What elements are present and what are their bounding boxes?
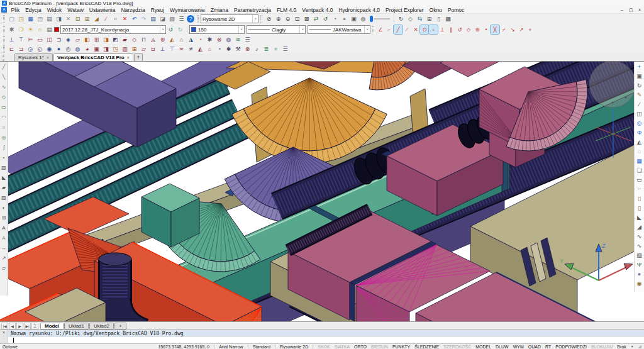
toolbar-grip[interactable] (3, 45, 5, 53)
ventpack-tool-6[interactable]: ⊐ (54, 35, 64, 44)
open-file-icon[interactable]: ◳ (16, 14, 26, 23)
snap-tracking-icon[interactable]: ↗ (517, 25, 526, 34)
menu-wymiarowanie[interactable]: Wymiarowanie (167, 7, 208, 13)
table-icon[interactable]: ⊞ (0, 213, 8, 223)
layout-tab-układ2[interactable]: Układ2 (89, 323, 114, 330)
solid-box-icon[interactable]: ▧ (0, 162, 8, 172)
gradient-icon[interactable]: ◐ (0, 202, 8, 213)
toggle-quad[interactable]: QUAD (528, 345, 541, 349)
resize-grip[interactable]: ◢ (638, 344, 641, 349)
ventpack-tool-7[interactable]: ◈ (64, 35, 73, 44)
status-text-font[interactable]: Arial Narrow (219, 345, 243, 349)
ventpack-tool-12[interactable]: ◩ (111, 35, 120, 44)
ventpack2-tool-24[interactable]: ✱ (224, 45, 233, 53)
menu-edycja[interactable]: Edycja (23, 7, 45, 13)
erase-icon[interactable]: ◪ (158, 14, 167, 23)
properties-panel-icon[interactable]: ☰ (177, 14, 186, 23)
sphere-icon[interactable]: ● (635, 269, 644, 279)
ventpack2-tool-23[interactable]: ◔ (214, 45, 224, 53)
layer-sun-icon[interactable]: ☀ (26, 25, 35, 34)
publish-icon[interactable]: ◨ (54, 14, 64, 23)
command-input[interactable] (8, 336, 644, 343)
dashed-line-icon[interactable]: ╌ (635, 184, 644, 194)
dimension-icon[interactable]: ↔ (0, 243, 8, 253)
snap-perpendicular-icon[interactable]: ⊥ (438, 25, 447, 34)
add-layout-button[interactable]: + (114, 323, 126, 330)
ventpack2-tool-11[interactable]: ◨ (101, 45, 111, 53)
pan-icon[interactable]: ⇄ (311, 14, 321, 23)
look-from-icon[interactable]: ◔ (330, 14, 340, 23)
print-icon[interactable]: ▤ (45, 14, 54, 23)
ventpack-tool-8[interactable]: ▱ (73, 35, 82, 44)
snap-apparent-icon[interactable]: ⌿ (499, 25, 508, 34)
move-icon[interactable]: + (635, 62, 644, 71)
toggle-siatka[interactable]: SIATKA (335, 345, 350, 349)
digitizer-icon[interactable]: ⌗ (111, 14, 120, 23)
minimize-button[interactable]: – (618, 7, 626, 13)
ventpack2-tool-28[interactable]: ≣ (262, 45, 271, 53)
leader-icon[interactable]: ↗ (0, 253, 8, 263)
close-tab-icon[interactable]: × (127, 55, 130, 60)
snap-rotate-icon[interactable]: ↺ (455, 25, 464, 34)
rotate-icon[interactable]: ↻ (635, 80, 644, 90)
toggle-wym[interactable]: WYM (513, 345, 524, 349)
undo-icon[interactable]: ↶ (130, 14, 139, 23)
menu-ventpack-4-0[interactable]: Ventpack 4.0 (299, 7, 336, 13)
layout-nav-1[interactable]: ◀ (9, 323, 16, 330)
menu-hydronicpack-4-0[interactable]: Hydronicpack 4.0 (336, 7, 383, 13)
snap-quadrant-icon[interactable]: ◇ (464, 25, 473, 34)
layer-on-icon[interactable]: ❍ (16, 25, 26, 34)
array-icon[interactable]: ▦ (635, 156, 644, 165)
ventpack2-tool-13[interactable]: ▥ (120, 45, 130, 53)
ventpack2-tool-15[interactable]: ▱ (139, 45, 148, 53)
duct-box-a-icon[interactable]: ▯ (635, 194, 644, 203)
toolbar-grip[interactable] (260, 15, 262, 23)
draw-polyline-icon[interactable]: ∿ (0, 82, 8, 92)
wipeout-icon[interactable]: ▱ (0, 263, 8, 273)
circle-center-icon[interactable]: ◎ (635, 118, 644, 128)
ventpack2-tool-6[interactable]: ● (54, 45, 64, 53)
menu-project-explorer[interactable]: Project Explorer (383, 7, 426, 13)
orbit-icon[interactable]: ↺ (321, 14, 330, 23)
text-icon[interactable]: A (0, 223, 8, 233)
match-properties-icon[interactable]: ◢ (92, 14, 101, 23)
snap-from-icon[interactable]: ↘ (508, 25, 517, 34)
status-workspace[interactable]: Rysowanie 2D (280, 345, 308, 349)
viewport-rect-icon[interactable]: ▭ (635, 175, 644, 184)
ventpack2-tool-18[interactable]: ⊤ (167, 45, 177, 53)
status-dropdown-icon[interactable]: ▼ (631, 345, 634, 348)
ventpack-tool-4[interactable]: ▭ (35, 35, 45, 44)
layer-combo[interactable]: 2017.12.28_JTJ_Koordynacja˅ (60, 25, 166, 34)
ventpack2-tool-12[interactable]: ◳ (111, 45, 120, 53)
status-dim-style[interactable]: Standard (253, 345, 270, 349)
toolbar-grip[interactable] (3, 36, 5, 43)
document-tab[interactable]: Ventpack BricsCAD V18 Pro× (53, 53, 133, 61)
status-coordinates[interactable]: 15673.3748, 4293.9165, 0 (158, 345, 209, 349)
menu-pomoc[interactable]: Pomoc (445, 7, 467, 13)
ventpack2-tool-4[interactable]: ◵ (35, 45, 45, 53)
ventpack2-tool-27[interactable]: ♪ (252, 45, 262, 53)
toolbar-grip[interactable] (3, 15, 5, 23)
ventpack2-tool-1[interactable]: ⊏ (7, 45, 16, 53)
paste-icon[interactable]: ⊞ (82, 14, 92, 23)
ventpack2-tool-2[interactable]: ⊐ (16, 45, 26, 53)
pattern-icon[interactable]: ▩ (443, 14, 453, 23)
flip-icon[interactable]: ◭ (635, 137, 644, 147)
zoom-extents-icon[interactable]: ⊠ (302, 14, 311, 23)
status-selection[interactable]: Brak (617, 345, 626, 349)
zoom-in-icon[interactable]: ⊕ (274, 14, 283, 23)
send-icon[interactable]: ⇆ (415, 14, 425, 23)
layout-nav-2[interactable]: ▶ (16, 323, 23, 330)
eyedropper-icon[interactable]: ∕ (635, 99, 644, 109)
ventpack-tool-11[interactable]: ◨ (101, 35, 111, 44)
ventpack-tool-18[interactable]: ◭ (167, 35, 177, 44)
workspace-combo[interactable]: Rysowanie 2D˅ (201, 14, 258, 23)
ventpack2-tool-29[interactable]: ≡ (271, 45, 280, 53)
save-icon[interactable]: ▦ (26, 14, 35, 23)
layer-states-icon[interactable]: ↻ (175, 25, 185, 34)
toolbar-grip[interactable] (372, 26, 374, 33)
draw-ray-icon[interactable]: ╲ (0, 72, 8, 82)
draw-line-icon[interactable]: ╱ (0, 62, 8, 72)
diameter-icon[interactable]: Φ (635, 128, 644, 137)
ucs-icon[interactable]: ⌖ (340, 14, 349, 23)
